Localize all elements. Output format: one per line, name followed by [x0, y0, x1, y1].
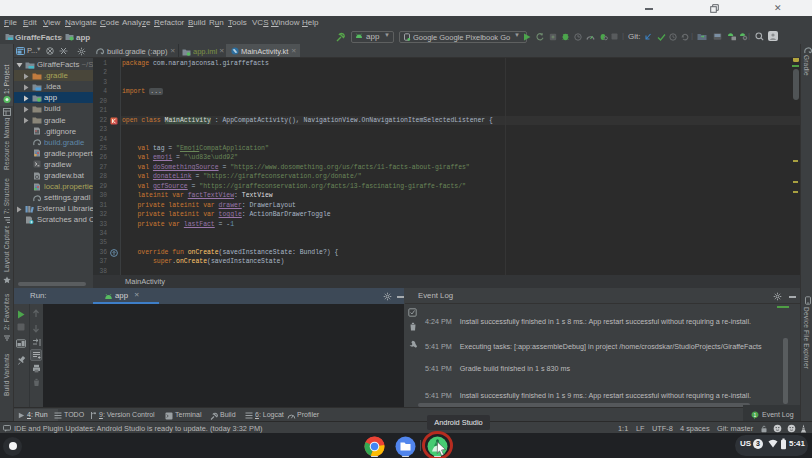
svg-text:1: 1	[754, 412, 757, 418]
